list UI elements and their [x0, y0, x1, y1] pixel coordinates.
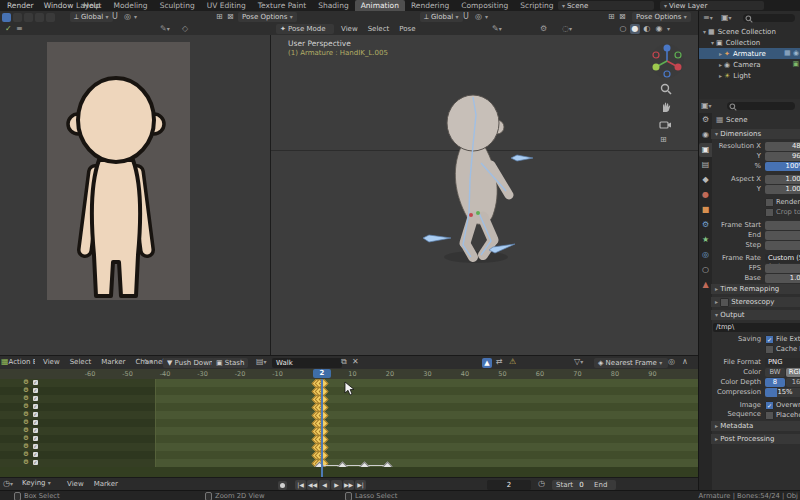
segment-rgb[interactable]: RGB [786, 368, 800, 377]
prev-keyframe-button[interactable]: ◀◀ [307, 480, 318, 490]
action-name-field[interactable]: Walk [272, 358, 342, 368]
properties-tab-world-icon[interactable]: ● [699, 188, 712, 202]
snap-magnet-icon[interactable]: U [112, 12, 118, 22]
channel-checkbox[interactable]: ✓ [33, 420, 38, 425]
prop-field-end[interactable]: 2 [765, 231, 800, 240]
expand-arrow-icon[interactable]: ▸ [699, 50, 722, 57]
toggle-grid-icon[interactable]: ⊞ [660, 135, 667, 145]
shading-solid-icon[interactable]: ● [630, 24, 640, 34]
mode-dropdown[interactable]: ✦ Pose Mode ▾ [276, 24, 334, 34]
pan-hand-icon[interactable] [660, 101, 672, 113]
playhead-frame-badge[interactable]: 2 [313, 369, 331, 378]
channel-checkbox[interactable]: ✓ [33, 428, 38, 433]
channel-checkbox[interactable]: ✓ [33, 388, 38, 393]
prop-field-base[interactable]: 1.00 [765, 274, 800, 283]
timeline-menu-marker[interactable]: Marker [89, 479, 123, 490]
workspace-tab-shading[interactable]: Shading [312, 0, 354, 11]
section-time-remapping[interactable]: ▸ Time Remapping [711, 284, 800, 294]
channel-modifier-icon[interactable]: ⚙ [23, 379, 29, 386]
menu-render[interactable]: Render [2, 0, 39, 11]
outliner-item-light[interactable]: ▸☀Light [699, 70, 800, 81]
properties-tab-constraints-icon[interactable]: ○ [699, 263, 712, 277]
prop-field-y[interactable]: 1.000 [765, 185, 800, 194]
properties-tab-modifiers-icon[interactable]: ⚙ [699, 218, 712, 232]
expand-arrow-icon[interactable]: ▸ [699, 72, 722, 79]
viewport-menu-pose[interactable]: Pose [394, 24, 420, 35]
view-layer-selector[interactable]: ▾ View Layer [660, 1, 764, 10]
channel-checkbox[interactable]: ✓ [33, 380, 38, 385]
tool-annotate-icon[interactable] [35, 13, 44, 22]
auto-key-record-button[interactable] [278, 481, 287, 490]
tool-brush-icon[interactable] [24, 13, 33, 22]
checkbox-file-extensions[interactable]: ✓ [765, 335, 774, 344]
snap-mode-dropdown[interactable]: ◈ Nearest Frame ▾ [594, 358, 668, 368]
channel-modifier-icon[interactable]: ⚙ [23, 418, 29, 426]
gizmo-toggle-icon-center[interactable]: ⊞ [608, 12, 615, 22]
overlay-toggle-icon-center[interactable]: ⊠ [619, 12, 626, 22]
properties-tab-tool-icon[interactable]: ⚙ [699, 113, 712, 127]
dopesheet-menu-marker[interactable]: Marker [96, 357, 130, 368]
channel-modifier-icon[interactable]: ⚙ [23, 434, 29, 442]
properties-tab-view-layer-icon[interactable]: ▤ [699, 158, 712, 172]
channel-modifier-icon[interactable]: ⚙ [23, 402, 29, 410]
scene-selector[interactable]: ▾ Scene [558, 1, 654, 10]
channel-modifier-icon[interactable]: ⚙ [23, 458, 29, 466]
editor-type-dropdown[interactable]: ▦Action Editor [1, 357, 35, 367]
visibility-icons[interactable]: ▦ ◉ [784, 48, 800, 59]
workspace-tab-layout[interactable]: Layout [70, 0, 108, 11]
outliner-filter-icon[interactable]: ≡▾ [703, 13, 713, 23]
timeline-menu-view[interactable]: View [62, 479, 89, 490]
channel-modifier-icon[interactable]: ⚙ [23, 426, 29, 434]
prop-field-y[interactable]: 960 [765, 152, 800, 161]
proportional-dropdown-icon-center[interactable]: ▾ [485, 13, 488, 20]
shading-rendered-icon[interactable]: ◉ [654, 24, 664, 34]
camera-view-icon[interactable] [659, 119, 672, 130]
workspace-tab-texture-paint[interactable]: Texture Paint [252, 0, 312, 11]
channel-checkbox[interactable]: ✓ [33, 452, 38, 457]
outliner-item-scene-collection[interactable]: ▾▦Scene Collection [699, 26, 800, 37]
overlay-toggle-icon[interactable]: ⊠ [227, 12, 234, 22]
jump-end-button[interactable]: ▶| [355, 480, 366, 490]
next-keyframe-button[interactable]: ▶▶ [343, 480, 354, 490]
channel-modifier-icon[interactable]: ⚙ [23, 410, 29, 418]
properties-filter-icon[interactable]: ▣▾ [701, 101, 712, 111]
curve-normalize-icon[interactable]: ∧ [682, 357, 688, 367]
filter-funnel-icon[interactable]: ▽▾ [574, 357, 583, 367]
checkbox-cache-result[interactable] [765, 345, 774, 354]
snap-magnet-icon-center[interactable]: U [463, 12, 469, 22]
properties-tab-physics-icon[interactable]: ◎ [699, 248, 712, 262]
armature-character[interactable] [421, 85, 551, 275]
section-post-processing[interactable]: ▸ Post Processing [711, 434, 800, 444]
workspace-tab-uv-editing[interactable]: UV Editing [201, 0, 252, 11]
frame-range-group[interactable]: Start 0 End 2 [552, 480, 616, 490]
channel-modifier-icon[interactable]: ⚙ [23, 450, 29, 458]
filter-warning-icon[interactable]: ⚠ [509, 357, 516, 367]
gizmo-toggle-icon[interactable]: ⊞ [216, 12, 223, 22]
channel-checkbox[interactable]: ✓ [33, 412, 38, 417]
workspace-tab-modeling[interactable]: Modeling [108, 0, 154, 11]
navigation-gizmo[interactable] [649, 43, 685, 79]
channel-modifier-icon[interactable]: ⚙ [23, 386, 29, 394]
play-reverse-button[interactable]: ◀ [319, 480, 330, 490]
expand-arrow-icon[interactable]: ▾ [699, 39, 714, 46]
outliner-item-camera[interactable]: ▸◉Camera▣ [699, 59, 800, 70]
use-preview-range-icon[interactable]: ◷ [538, 479, 545, 489]
channel-checkbox[interactable]: ✓ [33, 444, 38, 449]
section-metadata[interactable]: ▸ Metadata [711, 421, 800, 431]
outliner-display-mode-icon[interactable]: ▣▾ [721, 13, 732, 23]
proportional-dopesheet-icon[interactable]: ◎ [668, 357, 675, 367]
channel-checkbox[interactable]: ✓ [33, 396, 38, 401]
tool-measure-icon[interactable] [46, 13, 55, 22]
checkbox-overwrite[interactable]: ✓ [765, 401, 774, 410]
push-down-button[interactable]: ▼ Push Down [163, 358, 217, 368]
action-unlink-icon[interactable]: ✕ [352, 357, 359, 367]
prop-field-resolution-x[interactable]: 480 [765, 142, 800, 151]
slider-compression[interactable]: 15% [765, 388, 800, 397]
tool-select-icon[interactable] [2, 13, 11, 22]
checkbox-placeholders[interactable] [765, 411, 774, 420]
shading-dropdown-icon[interactable]: ▾ [667, 25, 670, 32]
play-button[interactable]: ▶ [331, 480, 342, 490]
properties-tab-output-icon[interactable]: ▣ [699, 143, 712, 157]
current-frame-field[interactable]: 2 [487, 480, 531, 490]
section-stereoscopy[interactable]: ▸ Stereoscopy [711, 297, 800, 307]
